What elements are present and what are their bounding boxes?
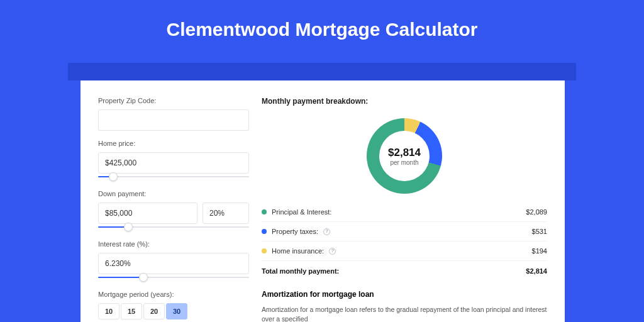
down-payment-group: Down payment: [98,190,249,231]
period-20-button[interactable]: 20 [143,303,165,319]
home-price-input[interactable] [98,152,249,174]
donut-chart: $2,814 per month [262,109,547,203]
down-payment-slider[interactable] [98,223,249,231]
header-band [68,63,576,80]
legend-value: $2,089 [526,208,547,216]
home-price-label: Home price: [98,140,249,147]
mortgage-period-options: 10 15 20 30 [98,303,249,319]
interest-rate-group: Interest rate (%): [98,240,249,282]
page-title: Clementwood Mortgage Calculator [0,0,644,40]
total-value: $2,814 [526,267,547,275]
down-payment-label: Down payment: [98,190,249,197]
calculator-card: Property Zip Code: Home price: Down paym… [80,80,565,322]
total-label: Total monthly payment: [262,267,339,275]
dot-icon [262,209,267,214]
amortization-title: Amortization for mortgage loan [262,290,547,299]
legend-value: $531 [532,228,547,235]
down-payment-percent-input[interactable] [203,203,249,224]
zip-label: Property Zip Code: [98,97,249,104]
mortgage-period-label: Mortgage period (years): [98,291,249,298]
interest-rate-input[interactable] [98,253,249,274]
form-panel: Property Zip Code: Home price: Down paym… [98,97,249,322]
period-10-button[interactable]: 10 [98,303,119,319]
interest-rate-slider[interactable] [98,273,249,282]
info-icon[interactable]: ? [323,228,330,235]
legend-principal-interest: Principal & Interest: $2,089 [262,203,547,222]
legend-label: Home insurance: [272,247,324,255]
home-price-slider[interactable] [98,172,249,181]
donut-center: $2,814 per month [379,131,430,181]
dot-icon [262,248,267,253]
slider-thumb-icon[interactable] [109,172,118,181]
period-30-button[interactable]: 30 [166,303,187,319]
zip-group: Property Zip Code: [98,97,249,131]
legend-home-insurance: Home insurance: ? $194 [262,242,547,261]
legend-value: $194 [532,247,547,255]
slider-thumb-icon[interactable] [139,273,148,282]
breakdown-title: Monthly payment breakdown: [262,97,547,106]
slider-thumb-icon[interactable] [124,223,133,231]
info-icon[interactable]: ? [329,248,336,255]
home-price-group: Home price: [98,140,249,181]
mortgage-period-group: Mortgage period (years): 10 15 20 30 [98,291,249,319]
donut-center-sub: per month [390,159,418,166]
breakdown-panel: Monthly payment breakdown: $2,814 per mo… [262,97,547,322]
legend-property-taxes: Property taxes: ? $531 [262,222,547,242]
amortization-text: Amortization for a mortgage loan refers … [262,305,547,322]
period-15-button[interactable]: 15 [121,303,142,319]
amortization-section: Amortization for mortgage loan Amortizat… [262,290,547,322]
dot-icon [262,229,267,234]
legend-total: Total monthly payment: $2,814 [262,261,547,281]
interest-rate-label: Interest rate (%): [98,240,249,248]
down-payment-amount-input[interactable] [98,203,197,224]
legend-label: Property taxes: [272,228,318,235]
donut-center-value: $2,814 [388,147,421,159]
legend-label: Principal & Interest: [272,208,331,216]
zip-input[interactable] [98,109,249,131]
